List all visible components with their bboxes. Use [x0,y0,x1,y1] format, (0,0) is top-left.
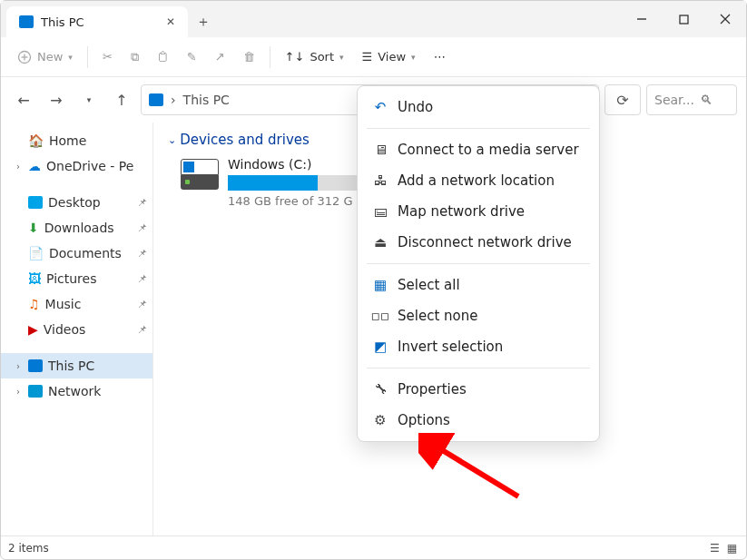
share-icon: ↗ [215,50,225,64]
sidebar-item-label: Pictures [46,271,96,286]
titlebar: This PC ✕ ＋ [1,1,746,37]
menu-item-options[interactable]: ⚙ Options [363,405,594,436]
status-bar: 2 items ☰ ▦ [1,535,746,559]
sidebar-item-videos[interactable]: ▶ Videos 📌︎ [1,317,152,342]
menu-item-select-none[interactable]: ▫▫ Select none [363,300,594,331]
menu-item-label: Add a network location [398,172,555,189]
forward-button[interactable]: → [43,86,70,113]
search-input[interactable]: Sear... 🔍︎ [646,84,737,115]
music-icon: ♫ [28,297,40,311]
menu-item-connect-media[interactable]: 🖥︎ Connect to a media server [363,134,594,165]
thispc-icon [28,359,43,372]
cut-button[interactable]: ✂ [95,42,120,73]
view-button[interactable]: ☰ View ▾ [355,42,423,73]
sidebar-item-label: Videos [44,322,86,337]
network-location-icon: 🖧 [372,172,388,189]
menu-item-label: Select none [398,308,477,324]
cut-icon: ✂ [103,50,113,64]
sidebar-item-label: OneDrive - Pe [46,159,133,173]
more-button[interactable]: ⋯ [427,42,453,73]
paste-icon: 📋︎ [157,50,169,64]
undo-icon: ↶ [372,99,388,115]
copy-icon: ⧉ [131,50,139,64]
thumbnails-view-button[interactable]: ▦ [725,540,739,556]
recent-button[interactable]: ▾ [75,86,103,113]
sidebar-item-pictures[interactable]: 🖼 Pictures 📌︎ [1,266,152,291]
copy-button[interactable]: ⧉ [123,42,146,73]
rename-button[interactable]: ✎ [180,42,204,73]
window-controls [621,1,746,37]
drive-icon [181,159,219,190]
sidebar-item-documents[interactable]: 📄 Documents 📌︎ [1,241,152,266]
sort-button[interactable]: ↑↓ Sort ▾ [278,42,351,73]
pin-icon: 📌︎ [137,299,147,310]
tab-current[interactable]: This PC ✕ [6,6,188,37]
menu-item-select-all[interactable]: ▦ Select all [363,270,594,300]
disconnect-drive-icon: ⏏ [372,234,388,251]
wrench-icon: 🔧︎ [372,381,388,398]
menu-item-label: Properties [398,381,467,398]
separator [270,46,270,68]
view-icon: ☰ [362,50,373,64]
cloud-icon: ☁ [28,159,41,173]
view-label: View [378,50,406,64]
menu-item-invert-selection[interactable]: ◩ Invert selection [363,331,594,362]
maximize-button[interactable] [663,1,704,37]
toolbar: New ▾ ✂ ⧉ 📋︎ ✎ ↗ 🗑︎ ↑↓ Sort ▾ ☰ View ▾ ⋯ [1,37,746,77]
menu-item-label: Select all [398,277,460,293]
chevron-right-icon[interactable]: › [14,361,23,371]
status-item-count: 2 items [8,542,49,555]
sidebar-item-downloads[interactable]: ⬇ Downloads 📌︎ [1,215,152,241]
refresh-button[interactable]: ⟳ [604,84,641,115]
breadcrumb-sep: › [171,93,176,107]
media-server-icon: 🖥︎ [372,142,388,158]
new-button[interactable]: New ▾ [10,42,80,73]
back-button[interactable]: ← [10,86,37,113]
gear-icon: ⚙ [372,412,388,428]
sidebar-item-thispc[interactable]: › This PC [1,353,152,378]
sidebar-item-onedrive[interactable]: › ☁ OneDrive - Pe [1,153,152,179]
pin-icon: 📌︎ [137,324,147,336]
menu-item-label: Options [398,412,450,428]
thispc-icon [149,93,163,106]
new-tab-button[interactable]: ＋ [188,6,219,37]
sort-icon: ↑↓ [285,50,305,64]
select-all-icon: ▦ [372,277,388,293]
paste-button[interactable]: 📋︎ [150,42,176,73]
share-button[interactable]: ↗ [208,42,232,73]
chevron-down-icon: ▾ [339,53,344,62]
video-icon: ▶ [28,322,38,337]
menu-item-label: Invert selection [398,339,503,355]
close-button[interactable] [704,1,746,37]
menu-item-add-netloc[interactable]: 🖧 Add a network location [363,165,594,196]
menu-item-label: Disconnect network drive [398,234,572,251]
details-view-button[interactable]: ☰ [708,540,722,556]
sidebar-item-home[interactable]: 🏠 Home [1,128,152,153]
delete-button[interactable]: 🗑︎ [236,42,262,73]
home-icon: 🏠 [28,133,44,148]
menu-item-undo[interactable]: ↶ Undo [363,92,594,123]
thispc-icon [19,15,34,28]
sidebar-item-network[interactable]: › Network [1,378,152,404]
sidebar-item-desktop[interactable]: Desktop 📌︎ [1,190,152,215]
sidebar-item-music[interactable]: ♫ Music 📌︎ [1,291,152,317]
tab-close-button[interactable]: ✕ [166,15,175,28]
network-icon [28,385,43,398]
trash-icon: 🗑︎ [243,50,255,64]
menu-item-disconnect-drive[interactable]: ⏏ Disconnect network drive [363,227,594,258]
menu-item-map-drive[interactable]: 🖴 Map network drive [363,196,594,227]
separator [87,46,88,68]
chevron-down-icon: ⌄ [168,134,176,146]
breadcrumb-location[interactable]: This PC [183,93,230,107]
up-button[interactable]: ↑ [108,86,135,113]
menu-divider [367,263,590,264]
rename-icon: ✎ [187,50,197,64]
pin-icon: 📌︎ [137,273,147,285]
new-label: New [37,50,63,64]
chevron-right-icon[interactable]: › [14,387,23,397]
pin-icon: 📌︎ [137,222,147,234]
chevron-right-icon[interactable]: › [14,162,23,172]
menu-item-properties[interactable]: 🔧︎ Properties [363,374,594,405]
menu-item-label: Map network drive [398,203,525,220]
minimize-button[interactable] [621,1,663,37]
